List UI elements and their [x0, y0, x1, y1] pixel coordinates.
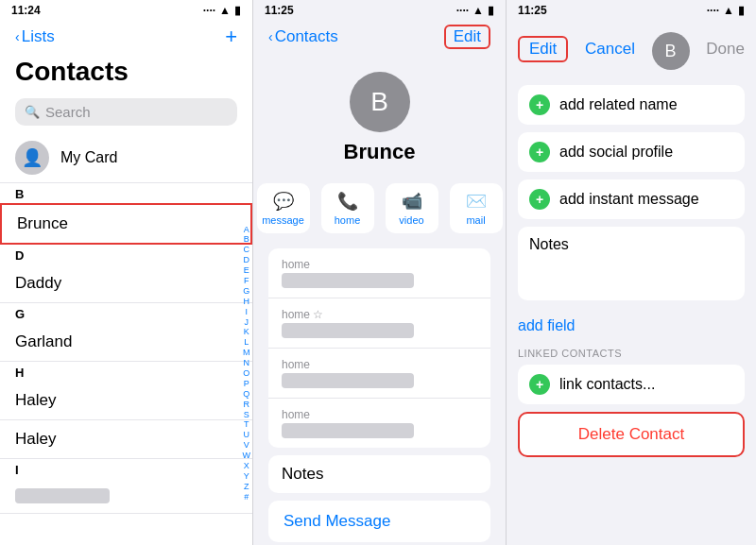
notes-row: Notes	[268, 455, 490, 493]
wifi-icon-3: ▲	[723, 4, 734, 17]
message-icon: 💬	[273, 191, 294, 212]
contact-daddy[interactable]: Daddy	[0, 264, 252, 303]
action-buttons-row: 💬 message 📞 home 📹 video ✉️ mail	[253, 176, 506, 245]
contacts-header: ‹ Lists +	[0, 21, 252, 57]
section-header-b: B	[0, 183, 252, 203]
detail-header: ‹ Contacts Edit	[253, 21, 506, 57]
add-contact-button[interactable]: +	[225, 25, 237, 49]
add-field-row[interactable]: add field	[507, 308, 756, 344]
edit-header-button[interactable]: Edit	[518, 36, 568, 62]
add-related-icon: +	[529, 94, 550, 115]
notes-section: Notes	[518, 227, 745, 300]
field-home-4[interactable]: home	[268, 399, 490, 448]
video-icon: 📹	[402, 191, 422, 212]
contact-garland[interactable]: Garland	[0, 323, 252, 362]
field-value-2	[282, 323, 414, 338]
notes-content[interactable]	[529, 253, 733, 291]
notes-edit-label: Notes	[529, 236, 733, 253]
contact-hero: B Brunce	[253, 57, 506, 176]
contacts-scroll-list: B Brunce D Daddy G Garland H Haley Haley…	[0, 183, 252, 545]
wifi-icon-2: ▲	[472, 4, 484, 17]
add-social-icon: +	[529, 142, 550, 162]
my-card-item[interactable]: 👤 My Card	[0, 133, 252, 183]
my-card-label: My Card	[60, 149, 117, 166]
notes-card: Notes	[268, 455, 490, 493]
add-related-name-row[interactable]: + add related name	[518, 85, 745, 125]
call-label: home	[335, 214, 361, 226]
edit-avatar: B	[652, 32, 690, 70]
battery-icon: ▮	[234, 4, 241, 17]
done-button[interactable]: Done	[706, 40, 745, 59]
status-icons-3: ···· ▲ ▮	[707, 4, 745, 17]
send-message-button[interactable]: Send Message	[268, 501, 490, 542]
section-header-h: H	[0, 362, 252, 382]
time-1: 11:24	[11, 4, 41, 17]
message-action-button[interactable]: 💬 message	[257, 183, 310, 233]
add-social-section: + add social profile	[518, 132, 745, 172]
status-bar-2: 11:25 ···· ▲ ▮	[253, 0, 506, 21]
my-card-avatar-icon: 👤	[22, 147, 43, 168]
add-instant-section: + add instant message	[518, 179, 745, 219]
linked-contacts-header: LINKED CONTACTS	[507, 344, 756, 361]
field-label-2: home	[282, 308, 477, 321]
contact-brunce[interactable]: Brunce	[0, 203, 252, 245]
mail-icon: ✉️	[466, 191, 487, 212]
wifi-icon: ▲	[219, 4, 231, 17]
add-instant-message-row[interactable]: + add instant message	[518, 179, 745, 219]
alpha-index: A B C D E F G H I J K L M N O P Q R S T …	[243, 226, 253, 502]
mail-action-button[interactable]: ✉️ mail	[450, 183, 503, 233]
edit-button[interactable]: Edit	[444, 25, 490, 49]
status-bar-1: 11:24 ···· ▲ ▮	[0, 0, 252, 21]
my-card-avatar: 👤	[15, 141, 49, 175]
delete-contact-label: Delete Contact	[578, 425, 684, 443]
add-social-profile-row[interactable]: + add social profile	[518, 132, 745, 172]
edit-header: Edit Cancel B Done	[507, 21, 756, 81]
link-contacts-icon: +	[529, 374, 550, 395]
contact-detail-panel: 11:25 ···· ▲ ▮ ‹ Contacts Edit B Brunce …	[253, 0, 507, 545]
search-icon: 🔍	[25, 105, 40, 119]
field-home-2[interactable]: home	[268, 298, 490, 349]
field-home-3[interactable]: home	[268, 349, 490, 399]
contact-haley-1[interactable]: Haley	[0, 382, 252, 420]
status-bar-3: 11:25 ···· ▲ ▮	[507, 0, 756, 21]
detail-fields-card: home home home home	[268, 248, 490, 448]
field-label-4: home	[282, 408, 477, 421]
search-bar-container: 🔍 Search	[0, 94, 252, 133]
detail-scroll: B Brunce 💬 message 📞 home 📹 video ✉️ mai…	[253, 57, 506, 545]
field-home-1[interactable]: home	[268, 248, 490, 298]
signal-icon: ····	[203, 4, 215, 17]
search-bar[interactable]: 🔍 Search	[15, 98, 237, 126]
video-action-button[interactable]: 📹 video	[386, 183, 438, 233]
status-icons-1: ···· ▲ ▮	[203, 4, 241, 17]
contact-haley-2[interactable]: Haley	[0, 420, 252, 459]
video-label: video	[399, 214, 423, 226]
page-title: Contacts	[0, 57, 252, 94]
edit-scroll: + add related name + add social profile …	[507, 81, 756, 545]
link-contacts-row[interactable]: + link contacts...	[518, 365, 745, 404]
section-header-g: G	[0, 303, 252, 323]
call-action-button[interactable]: 📞 home	[321, 183, 374, 233]
edit-contact-panel: 11:25 ···· ▲ ▮ Edit Cancel B Done + add …	[507, 0, 756, 545]
back-chevron-icon: ‹	[15, 29, 20, 44]
cancel-button[interactable]: Cancel	[585, 40, 635, 59]
add-social-profile-label: add social profile	[559, 144, 673, 161]
contact-name-large: Brunce	[344, 140, 416, 164]
field-value-3	[282, 373, 414, 388]
add-instant-icon: +	[529, 189, 550, 210]
message-label: message	[262, 214, 304, 226]
field-value-1	[282, 273, 414, 288]
battery-icon-3: ▮	[738, 4, 745, 17]
lists-back-button[interactable]: ‹ Lists	[15, 27, 55, 46]
delete-contact-button[interactable]: Delete Contact	[518, 412, 745, 457]
search-input[interactable]: Search	[45, 104, 91, 120]
lists-back-label: Lists	[22, 27, 55, 46]
contacts-list-panel: 11:24 ···· ▲ ▮ ‹ Lists + Contacts 🔍 Sear…	[0, 0, 253, 545]
contacts-back-button[interactable]: ‹ Contacts	[268, 27, 338, 46]
signal-icon-2: ····	[456, 4, 469, 17]
add-related-section: + add related name	[518, 85, 745, 125]
back-chevron-icon-2: ‹	[268, 29, 273, 44]
mail-label: mail	[466, 214, 485, 226]
section-header-i: I	[0, 459, 252, 479]
time-2: 11:25	[265, 4, 294, 17]
contact-i-placeholder	[0, 479, 252, 514]
